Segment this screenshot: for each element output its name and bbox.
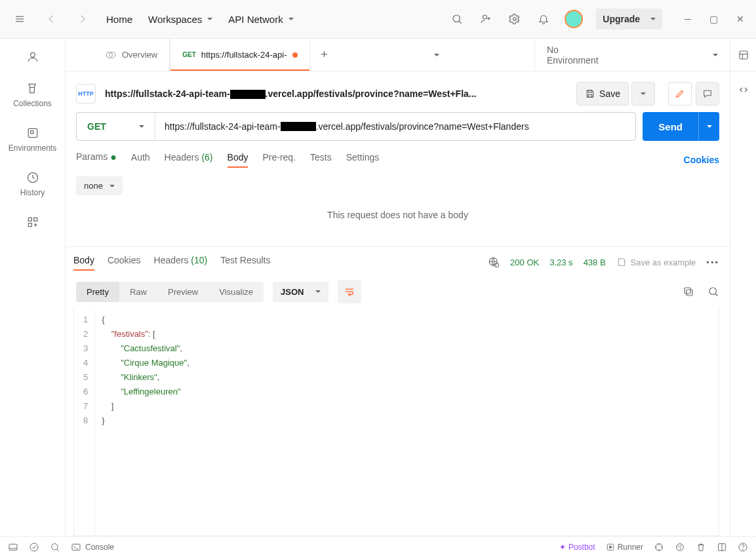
console-label: Console bbox=[85, 543, 114, 552]
nav-workspaces[interactable]: Workspaces bbox=[148, 14, 212, 25]
svg-point-3 bbox=[453, 15, 460, 22]
upgrade-button[interactable]: Upgrade bbox=[596, 9, 662, 29]
window-minimize[interactable]: ─ bbox=[685, 14, 691, 24]
svg-point-43 bbox=[677, 543, 684, 550]
method-label: GET bbox=[87, 121, 106, 132]
help-icon[interactable] bbox=[738, 542, 748, 552]
req-tab-auth[interactable]: Auth bbox=[131, 152, 150, 168]
chevron-down-icon bbox=[650, 18, 656, 23]
body-type-selector[interactable]: none bbox=[76, 176, 123, 195]
search-icon[interactable] bbox=[449, 11, 465, 27]
trash-icon[interactable] bbox=[696, 542, 706, 552]
nav-api-network[interactable]: API Network bbox=[228, 14, 293, 25]
search-response-icon[interactable] bbox=[707, 286, 719, 298]
req-tab-prereq[interactable]: Pre-req. bbox=[262, 152, 296, 168]
req-tab-body[interactable]: Body bbox=[228, 152, 249, 168]
resp-tab-body[interactable]: Body bbox=[73, 255, 94, 269]
url-input[interactable]: https://fullstack-24-api-team-.vercel.ap… bbox=[155, 113, 635, 140]
headers-count: (6) bbox=[201, 152, 212, 163]
panel-toggle-icon[interactable] bbox=[8, 542, 18, 552]
tab-active-label: https://fullstack-24-api- bbox=[201, 50, 287, 60]
svg-line-37 bbox=[57, 548, 59, 550]
more-options-icon[interactable]: ••• bbox=[706, 258, 719, 267]
console-toggle[interactable]: Console bbox=[71, 542, 114, 552]
response-body-viewer[interactable]: 12345678 { "festivals": [ "Cactusfestiva… bbox=[73, 309, 719, 536]
req-tab-tests[interactable]: Tests bbox=[310, 152, 332, 168]
tab-overview[interactable]: Overview bbox=[93, 39, 170, 71]
svg-rect-11 bbox=[30, 131, 33, 134]
sidebar-history[interactable]: History bbox=[20, 171, 45, 197]
tabs-dropdown[interactable] bbox=[424, 39, 450, 71]
save-as-example-button[interactable]: Save as example bbox=[616, 257, 696, 267]
find-icon[interactable] bbox=[50, 542, 60, 552]
postbot-button[interactable]: ✦Postbot bbox=[559, 543, 595, 552]
sidebar-environments[interactable]: Environments bbox=[9, 126, 56, 153]
invite-icon[interactable] bbox=[478, 11, 494, 27]
code-snippet-icon[interactable] bbox=[736, 82, 751, 98]
breadcrumb: https://fullstack-24-api-team-.vercel.ap… bbox=[105, 88, 567, 99]
tab-overview-label: Overview bbox=[122, 50, 157, 60]
svg-rect-10 bbox=[28, 128, 37, 137]
new-tab-button[interactable]: + bbox=[310, 39, 339, 71]
empty-body-message: This request does not have a body bbox=[66, 204, 730, 246]
svg-rect-13 bbox=[28, 218, 31, 221]
resp-tab-cookies[interactable]: Cookies bbox=[108, 255, 141, 269]
svg-rect-14 bbox=[33, 218, 37, 221]
response-status: 200 OK bbox=[510, 258, 539, 267]
globe-icon[interactable] bbox=[488, 256, 500, 268]
svg-point-36 bbox=[52, 543, 58, 549]
svg-line-4 bbox=[459, 21, 462, 24]
edit-button[interactable] bbox=[668, 82, 692, 106]
response-size: 438 B bbox=[584, 258, 606, 267]
tab-method: GET bbox=[182, 51, 196, 58]
format-selector[interactable]: JSON bbox=[273, 282, 328, 302]
forward-arrow-icon[interactable] bbox=[75, 11, 90, 27]
runner-button[interactable]: Runner bbox=[606, 543, 643, 552]
comment-button[interactable] bbox=[696, 82, 719, 106]
layout-icon[interactable] bbox=[717, 542, 727, 552]
view-preview[interactable]: Preview bbox=[157, 282, 209, 302]
send-options-button[interactable] bbox=[698, 112, 719, 141]
svg-point-44 bbox=[678, 546, 679, 547]
avatar[interactable] bbox=[565, 10, 583, 28]
req-tab-settings[interactable]: Settings bbox=[346, 152, 380, 168]
save-button[interactable]: Save bbox=[576, 82, 629, 106]
sidebar-account-icon[interactable] bbox=[26, 50, 39, 64]
sidebar-apps-icon[interactable] bbox=[26, 216, 39, 229]
params-indicator-icon: ● bbox=[110, 151, 117, 163]
copy-icon[interactable] bbox=[683, 286, 694, 298]
req-tab-headers[interactable]: Headers (6) bbox=[165, 152, 213, 168]
env-quick-look-icon[interactable] bbox=[730, 39, 756, 71]
cookies-jar-icon[interactable] bbox=[675, 542, 685, 552]
sync-status-icon[interactable] bbox=[29, 542, 39, 552]
sidebar-collections[interactable]: Collections bbox=[13, 82, 52, 108]
sidebar-environments-label: Environments bbox=[9, 144, 56, 153]
send-button[interactable]: Send bbox=[643, 112, 698, 141]
view-raw[interactable]: Raw bbox=[119, 282, 157, 302]
notifications-icon[interactable] bbox=[536, 11, 551, 27]
back-arrow-icon[interactable] bbox=[43, 11, 59, 27]
capture-icon[interactable] bbox=[654, 542, 664, 552]
svg-point-8 bbox=[513, 18, 517, 21]
code-lines: { "festivals": [ "Cactusfestival", "Cirq… bbox=[95, 309, 196, 535]
tab-request-active[interactable]: GET https://fullstack-24-api- bbox=[170, 39, 309, 71]
save-options-button[interactable] bbox=[631, 82, 655, 106]
resp-tab-test-results[interactable]: Test Results bbox=[220, 255, 270, 269]
method-selector[interactable]: GET bbox=[77, 113, 155, 140]
nav-home[interactable]: Home bbox=[106, 14, 132, 25]
view-visualize[interactable]: Visualize bbox=[209, 282, 264, 302]
window-maximize[interactable]: ▢ bbox=[709, 14, 718, 24]
resp-tab-headers[interactable]: Headers (10) bbox=[154, 255, 208, 269]
window-close[interactable]: ✕ bbox=[736, 14, 744, 24]
req-tab-params[interactable]: Params ● bbox=[76, 151, 117, 168]
settings-icon[interactable] bbox=[507, 11, 523, 27]
http-badge-icon: HTTP bbox=[76, 84, 96, 104]
body-type-label: none bbox=[84, 181, 103, 191]
environment-selector[interactable]: No Environment bbox=[534, 39, 730, 71]
wrap-lines-button[interactable] bbox=[338, 280, 361, 303]
resp-headers-count: (10) bbox=[191, 255, 207, 265]
cookies-link[interactable]: Cookies bbox=[684, 155, 719, 165]
hamburger-menu-icon[interactable] bbox=[12, 11, 28, 27]
view-pretty[interactable]: Pretty bbox=[76, 282, 119, 302]
chevron-down-icon bbox=[713, 54, 718, 59]
